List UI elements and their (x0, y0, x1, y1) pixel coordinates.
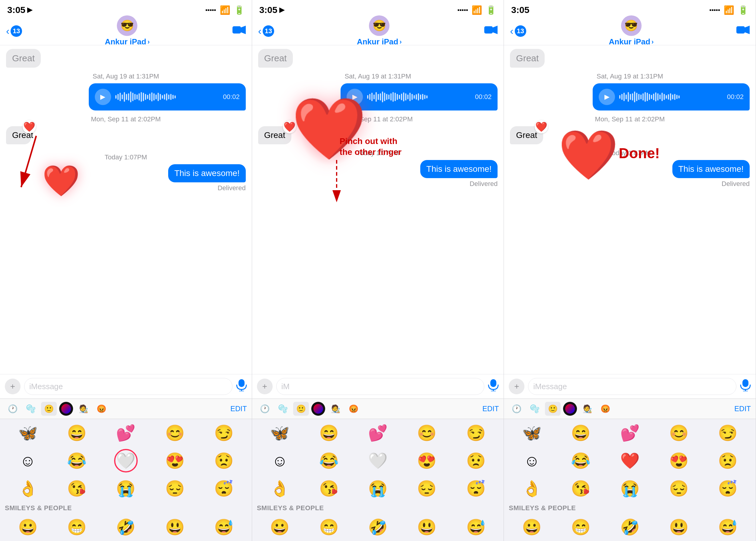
recents-tab-1[interactable]: 🕐 (5, 402, 21, 416)
play-button-1[interactable]: ▶ (95, 89, 111, 105)
emoji-worried-3[interactable]: 😟 (704, 450, 751, 472)
sticker-tab-1[interactable]: 🫧 (23, 402, 39, 416)
edit-button-3[interactable]: EDIT (734, 404, 751, 413)
edit-button-1[interactable]: EDIT (230, 404, 247, 413)
audio-bubble-1[interactable]: ▶ 00:02 (89, 83, 246, 111)
emoji-smile-1[interactable]: 😊 (151, 422, 198, 444)
emoji-cry-2[interactable]: 😭 (354, 478, 401, 499)
emoji-hearts-2[interactable]: 💕 (354, 422, 401, 444)
recents-tab-3[interactable]: 🕐 (509, 402, 524, 416)
video-button-1[interactable] (233, 25, 246, 37)
emoji-hearteyes-3[interactable]: 😍 (655, 450, 702, 472)
emoji-extra3-2[interactable]: 🤣 (354, 516, 401, 538)
smiley-tab-3[interactable]: 🙂 (545, 402, 561, 416)
emoji-blush-3[interactable]: ☺️ (508, 450, 555, 472)
sticker-tab-3[interactable]: 🫧 (527, 402, 542, 416)
emoji-sleep-3[interactable]: 😴 (704, 478, 751, 499)
imessage-input-3[interactable]: iMessage (528, 378, 736, 395)
person-tab-1[interactable]: 🧑‍🎨 (76, 402, 91, 416)
emoji-cry-3[interactable]: 😭 (606, 478, 653, 499)
plus-button-1[interactable]: + (5, 378, 21, 394)
emoji-extra2-3[interactable]: 😁 (557, 516, 604, 538)
avatar-1[interactable]: 😎 (117, 15, 137, 36)
emoji-hearts-1[interactable]: 💕 (102, 422, 150, 444)
emoji-sleep-2[interactable]: 😴 (452, 478, 499, 499)
emoji-butterfly-3[interactable]: 🦋 (508, 422, 555, 444)
emoji-sleep-1[interactable]: 😴 (200, 478, 247, 499)
emoji-smile-2[interactable]: 😊 (403, 422, 450, 444)
audio-msg-3[interactable]: ▶ 00:02 (510, 83, 750, 111)
emoji-extra4-1[interactable]: 😃 (151, 516, 198, 538)
emoji-laugh-3[interactable]: 😂 (557, 450, 604, 472)
smiley-tab-1[interactable]: 🙂 (41, 402, 57, 416)
emoji-extra4-2[interactable]: 😃 (403, 516, 450, 538)
person-tab-2[interactable]: 🧑‍🎨 (328, 402, 343, 416)
emoji-hearts-3[interactable]: 💕 (606, 422, 653, 444)
emoji-smirk-2[interactable]: 😏 (452, 422, 499, 444)
back-button-2[interactable]: ‹ 13 (258, 25, 274, 37)
emoji-sad-3[interactable]: 😔 (655, 478, 702, 499)
emoji-ok-1[interactable]: 👌 (4, 478, 51, 499)
emoji-blush-2[interactable]: ☺️ (256, 450, 304, 472)
avatar-2[interactable]: 😎 (369, 15, 389, 36)
emoji-redheart-3[interactable]: ❤️ (606, 450, 653, 472)
emoji-kiss-3[interactable]: 😘 (557, 478, 604, 499)
emoji-cry-1[interactable]: 😭 (102, 478, 150, 499)
emoji-extra3-3[interactable]: 🤣 (606, 516, 653, 538)
edit-button-2[interactable]: EDIT (482, 404, 499, 413)
recents-tab-2[interactable]: 🕐 (257, 402, 273, 416)
avatar-3[interactable]: 😎 (621, 15, 642, 36)
emoji-extra4-3[interactable]: 😃 (655, 516, 702, 538)
emoji-extra1-3[interactable]: 😀 (508, 516, 555, 538)
emoji-blush-1[interactable]: ☺️ (4, 450, 51, 472)
record-tab-2[interactable] (311, 402, 325, 416)
emoji-butterfly-1[interactable]: 🦋 (4, 422, 51, 444)
record-tab-1[interactable] (59, 402, 73, 416)
imessage-input-2[interactable]: iM (276, 378, 484, 395)
emoji-smirk-1[interactable]: 😏 (200, 422, 247, 444)
emoji-laugh-2[interactable]: 😂 (305, 450, 352, 472)
emoji-extra5-1[interactable]: 😅 (200, 516, 247, 538)
emoji-extra3-1[interactable]: 🤣 (102, 516, 150, 538)
emoji-laugh-1[interactable]: 😂 (53, 450, 100, 472)
sticker-tab-2[interactable]: 🫧 (275, 402, 291, 416)
emoji-grin-1[interactable]: 😄 (53, 422, 100, 444)
emoji-extra2-2[interactable]: 😁 (305, 516, 352, 538)
imessage-input-1[interactable]: iMessage (24, 378, 233, 395)
record-tab-3[interactable] (563, 402, 577, 416)
emoji-butterfly-2[interactable]: 🦋 (256, 422, 304, 444)
face-tab-1[interactable]: 😡 (94, 402, 109, 416)
emoji-sad-1[interactable]: 😔 (151, 478, 198, 499)
emoji-hearteyes-1[interactable]: 😍 (151, 450, 198, 472)
emoji-worried-1[interactable]: 😟 (200, 450, 247, 472)
emoji-hearteyes-2[interactable]: 😍 (403, 450, 450, 472)
emoji-extra5-3[interactable]: 😅 (704, 516, 751, 538)
mic-button-1[interactable] (236, 379, 247, 394)
emoji-whiteheart-2[interactable]: 🤍 (354, 450, 401, 472)
video-button-2[interactable] (484, 25, 497, 37)
emoji-kiss-1[interactable]: 😘 (53, 478, 100, 499)
back-button-3[interactable]: ‹ 13 (510, 25, 526, 37)
emoji-whiteheart-1[interactable]: 🤍 (102, 450, 150, 472)
plus-button-2[interactable]: + (257, 378, 273, 394)
emoji-worried-2[interactable]: 😟 (452, 450, 499, 472)
emoji-ok-2[interactable]: 👌 (256, 478, 304, 499)
person-tab-3[interactable]: 🧑‍🎨 (579, 402, 595, 416)
plus-button-3[interactable]: + (509, 378, 524, 394)
video-button-3[interactable] (736, 25, 750, 37)
smiley-tab-2[interactable]: 🙂 (293, 402, 309, 416)
emoji-extra5-2[interactable]: 😅 (452, 516, 499, 538)
emoji-extra1-2[interactable]: 😀 (256, 516, 304, 538)
emoji-sad-2[interactable]: 😔 (403, 478, 450, 499)
back-button-1[interactable]: ‹ 13 (6, 25, 22, 37)
audio-msg-1[interactable]: ▶ 00:02 (6, 83, 246, 111)
emoji-extra1-1[interactable]: 😀 (4, 516, 51, 538)
emoji-smile-3[interactable]: 😊 (655, 422, 702, 444)
face-tab-3[interactable]: 😡 (597, 402, 613, 416)
emoji-grin-3[interactable]: 😄 (557, 422, 604, 444)
emoji-smirk-3[interactable]: 😏 (704, 422, 751, 444)
mic-button-2[interactable] (488, 379, 499, 394)
face-tab-2[interactable]: 😡 (346, 402, 362, 416)
emoji-kiss-2[interactable]: 😘 (305, 478, 352, 499)
emoji-grin-2[interactable]: 😄 (305, 422, 352, 444)
